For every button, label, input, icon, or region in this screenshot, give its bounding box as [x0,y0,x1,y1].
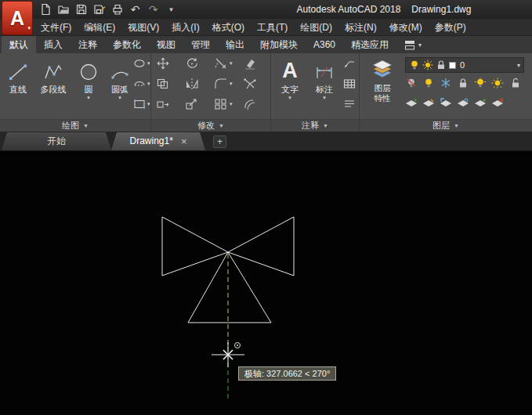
tab-start[interactable]: 开始 [2,132,111,150]
printer-icon [111,3,124,16]
panel-annotate-expander[interactable]: 注释 ▼ [271,119,359,132]
layer-freeze-button[interactable] [440,78,452,88]
tab-a360[interactable]: A360 [306,36,343,53]
circle-tool-button[interactable]: 圆 ▾ [74,56,103,101]
rotate-tool-button[interactable] [185,57,199,70]
circle-tool-label: 圆 [85,85,93,94]
save-as-button[interactable] [91,2,107,17]
menu-item-dimension[interactable]: 标注(N) [342,19,380,36]
arc-tool-button[interactable]: 圆弧 ▾ [105,56,135,101]
new-file-button[interactable] [37,2,53,17]
elliptical-arc-tool-button[interactable]: ▾ [133,78,150,89]
layer-merge-button[interactable] [474,98,487,109]
drawing-canvas[interactable]: 极轴: 327.0662 < 270° [0,151,532,415]
dimension-tool-button[interactable]: 标注 ▾ [309,56,340,101]
layer-on-button[interactable] [474,78,487,88]
move-tool-button[interactable] [156,57,170,70]
save-button[interactable] [73,2,89,17]
erase-tool-button[interactable] [243,57,257,70]
layer-thaw-icon [491,78,504,88]
bowtie-right-triangle[interactable] [228,217,294,276]
tab-featured-apps[interactable]: 精选应用 [343,36,396,53]
array-tool-button[interactable]: ▾ [214,98,233,110]
menu-item-edit[interactable]: 编辑(E) [81,19,118,36]
layer-properties-button[interactable]: 图层 特性 [364,56,401,103]
text-tool-button[interactable]: A 文字 ▾ [274,56,306,101]
text-dropdown-icon[interactable]: ▾ [288,95,291,101]
arc-icon [110,56,130,82]
menu-item-modify[interactable]: 修改(M) [386,19,425,36]
close-tab-icon[interactable]: × [181,136,187,146]
layer-thaw-button[interactable] [491,78,504,88]
make-current-button[interactable] [405,98,418,109]
offset-tool-button[interactable] [243,98,257,110]
panel-draw-expander[interactable]: 绘图 ▼ [0,119,150,132]
menu-item-parametric[interactable]: 参数(P) [432,19,469,36]
dimension-dropdown-icon[interactable]: ▾ [323,95,326,101]
autocad-logo: A [10,9,24,28]
tab-view[interactable]: 视图 [149,36,183,53]
circle-dropdown-icon[interactable]: ▾ [87,95,90,101]
layer-match-button[interactable] [422,98,435,109]
rectangle-tool-button[interactable]: ▾ [133,99,150,110]
layer-on-icon [474,78,487,88]
arc-dropdown-icon[interactable]: ▾ [118,95,121,101]
menu-item-draw[interactable]: 绘图(D) [297,19,335,36]
layer-lock-button[interactable] [457,78,469,88]
mtext-tool-button[interactable] [343,99,356,110]
layer-delete-button[interactable] [491,98,504,109]
trim-tool-button[interactable]: ▾ [214,57,233,70]
layer-freeze-icon [440,78,452,88]
trim-icon [214,57,228,70]
layer-isolate-button[interactable] [422,78,435,88]
tab-output[interactable]: 输出 [218,36,252,53]
tab-annotate[interactable]: 注释 [71,36,105,53]
tab-manage[interactable]: 管理 [183,36,218,53]
ellipse-tool-button[interactable]: ▾ [133,58,150,69]
text-icon: A [282,59,298,82]
line-tool-button[interactable]: 直线 [3,56,33,94]
scale-tool-button[interactable] [185,98,199,110]
undo-button[interactable]: ↶ [127,2,143,17]
offset-icon [243,98,257,110]
polyline-tool-label: 多段线 [41,85,67,94]
plot-button[interactable] [109,2,125,17]
menu-item-file[interactable]: 文件(F) [38,19,74,36]
fillet-tool-button[interactable]: ▾ [214,78,233,90]
qat-customize-button[interactable]: ▾ [163,2,179,17]
application-menu-button[interactable]: A ▾ [2,1,33,35]
layer-off-button[interactable] [405,78,418,88]
polyline-tool-button[interactable]: 多段线 [34,56,72,94]
layer-merge-icon [474,98,487,109]
dimension-icon [314,56,335,82]
menu-item-insert[interactable]: 插入(I) [168,19,202,36]
mirror-tool-button[interactable] [185,78,199,90]
open-file-button[interactable] [55,2,71,17]
explode-tool-button[interactable] [243,78,257,90]
tab-addins[interactable]: 附加模块 [252,36,306,53]
layer-walk-button[interactable] [457,98,469,109]
tab-parametric[interactable]: 参数化 [105,36,149,53]
new-drawing-tab-button[interactable]: + [213,135,226,148]
ribbon-display-toggle[interactable]: ▾ [404,36,422,53]
tab-drawing1[interactable]: Drawing1* × [111,132,205,150]
copy-tool-button[interactable] [156,78,170,90]
layer-previous-button[interactable] [440,98,452,109]
array-dropdown-icon: ▾ [230,101,233,107]
menu-item-format[interactable]: 格式(O) [209,19,248,36]
scale-icon [185,98,199,110]
tab-home[interactable]: 默认 [2,36,36,53]
menu-item-view[interactable]: 视图(V) [125,19,162,36]
leader-tool-button[interactable] [343,58,356,69]
tab-insert[interactable]: 插入 [36,36,71,53]
layer-select-dropdown[interactable]: 0 ▾ [405,57,524,73]
layer-unlock-button[interactable] [508,78,521,88]
panel-modify-expander[interactable]: 修改 ▼ [151,119,270,132]
stretch-tool-button[interactable] [156,98,170,110]
bowtie-left-triangle[interactable] [162,217,228,276]
table-tool-button[interactable] [343,78,356,89]
redo-button[interactable]: ↷ [145,2,161,17]
panel-layers-expander[interactable]: 图层 ▼ [360,119,532,132]
layer-delete-icon [491,98,504,109]
menu-item-tools[interactable]: 工具(T) [254,19,291,36]
